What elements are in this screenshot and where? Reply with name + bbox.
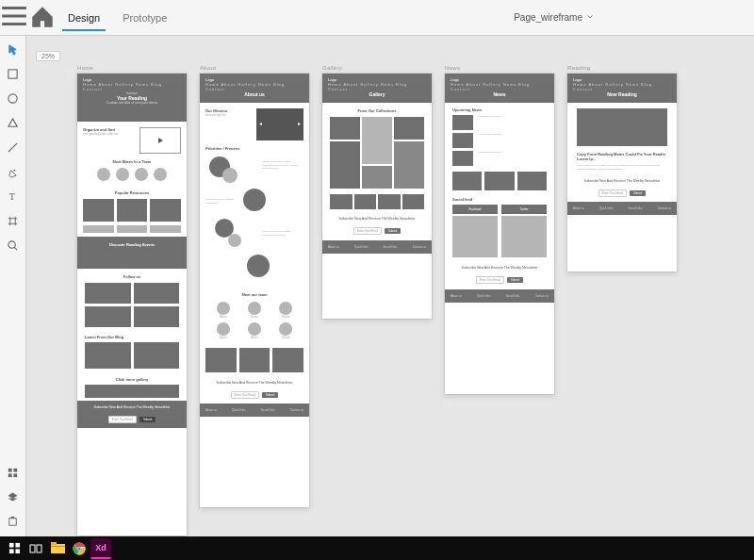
wf-banner: Discover Reading Events — [77, 237, 187, 269]
ellipse-tool-icon[interactable] — [6, 91, 21, 106]
artboard-reading[interactable]: Reading LogoHome About Gallery News Blog… — [567, 74, 677, 272]
wf-heading: Click more gallery — [77, 377, 187, 382]
wf-submit-button: Submit — [139, 417, 156, 422]
text-tool-icon[interactable]: T — [6, 189, 21, 204]
windows-start-icon[interactable] — [4, 538, 25, 559]
wf-navbar: LogoHome About Gallery News Blog Contact — [77, 74, 187, 82]
wf-footer: About usQuick linksSocial linksContact u… — [200, 404, 309, 417]
tab-design[interactable]: Design — [57, 0, 111, 36]
svg-rect-9 — [9, 518, 16, 524]
wf-cards — [77, 195, 187, 225]
svg-text:T: T — [9, 191, 16, 202]
wf-masonry — [322, 113, 432, 192]
artboard-tool-icon[interactable] — [6, 213, 21, 228]
hamburger-icon[interactable] — [0, 2, 28, 33]
svg-rect-11 — [8, 543, 13, 548]
wf-video-placeholder — [139, 127, 181, 154]
artboard-gallery[interactable]: Gallery LogoHome About Gallery News Blog… — [322, 74, 432, 319]
wf-slider: ◂ ▸ — [256, 108, 303, 140]
document-name: Page_wireframe — [514, 12, 582, 23]
tools-sidebar: T — [0, 36, 26, 536]
artboard-about[interactable]: About LogoHome About Gallery News Blog C… — [200, 74, 309, 507]
chevron-down-icon — [586, 12, 594, 23]
line-tool-icon[interactable] — [6, 140, 21, 155]
artboard-label: About — [200, 65, 216, 71]
wf-article-image — [577, 108, 667, 146]
design-canvas[interactable]: 25% Home LogoHome About Gallery News Blo… — [26, 36, 754, 536]
svg-rect-8 — [13, 473, 17, 477]
svg-point-1 — [8, 93, 17, 102]
adobe-xd-icon[interactable]: Xd — [90, 538, 111, 559]
wf-subscribe: Subscribe Now And Receive The Weekly New… — [77, 401, 187, 428]
polygon-tool-icon[interactable] — [6, 115, 21, 130]
svg-rect-18 — [51, 542, 57, 545]
svg-rect-12 — [15, 543, 20, 548]
plugins-panel-icon[interactable] — [6, 514, 21, 529]
svg-point-4 — [8, 240, 15, 247]
chrome-icon[interactable] — [69, 538, 90, 559]
svg-rect-13 — [8, 549, 13, 553]
wf-section: Organize and Sort your growing book coll… — [77, 122, 187, 159]
svg-rect-10 — [11, 516, 15, 518]
svg-point-23 — [77, 547, 80, 550]
app-topbar: Design Prototype Page_wireframe — [0, 0, 754, 36]
artboard-label: Home — [77, 65, 93, 71]
svg-rect-16 — [37, 545, 41, 552]
artboard-news[interactable]: News LogoHome About Gallery News Blog Co… — [445, 74, 554, 394]
svg-rect-7 — [8, 473, 12, 477]
svg-rect-5 — [8, 468, 12, 471]
artboard-label: Reading — [567, 65, 590, 71]
svg-rect-15 — [30, 545, 35, 552]
tab-prototype[interactable]: Prototype — [111, 0, 178, 36]
svg-rect-0 — [8, 69, 17, 77]
windows-taskbar: Xd — [0, 536, 754, 560]
select-tool-icon[interactable] — [6, 41, 21, 57]
wf-grid — [77, 279, 187, 331]
svg-rect-6 — [13, 468, 17, 471]
layers-panel-icon[interactable] — [6, 489, 21, 504]
artboard-label: News — [445, 65, 460, 71]
artboard-label: Gallery — [322, 65, 342, 71]
home-icon[interactable] — [28, 3, 57, 33]
pen-tool-icon[interactable] — [6, 164, 21, 179]
artboard-home[interactable]: Home LogoHome About Gallery News Blog Co… — [77, 74, 187, 535]
wf-circles: Lorem ipsum dolor sit amet, consectetur … — [200, 151, 309, 292]
zoom-tool-icon[interactable] — [6, 238, 21, 253]
svg-rect-19 — [51, 546, 65, 547]
wf-team-row — [77, 164, 187, 185]
task-view-icon[interactable] — [25, 538, 46, 559]
assets-panel-icon[interactable] — [6, 465, 21, 480]
svg-rect-14 — [15, 549, 20, 553]
file-explorer-icon[interactable] — [47, 538, 68, 559]
svg-point-2 — [13, 169, 15, 171]
document-name-picker[interactable]: Page_wireframe — [514, 12, 594, 23]
svg-rect-17 — [51, 544, 65, 553]
rectangle-tool-icon[interactable] — [6, 66, 21, 81]
wf-email-input: Enter Your Email — [108, 416, 137, 423]
wf-subscribe: Subscribe Now And Receive The Weekly New… — [200, 376, 309, 404]
zoom-level-badge[interactable]: 25% — [36, 51, 60, 61]
